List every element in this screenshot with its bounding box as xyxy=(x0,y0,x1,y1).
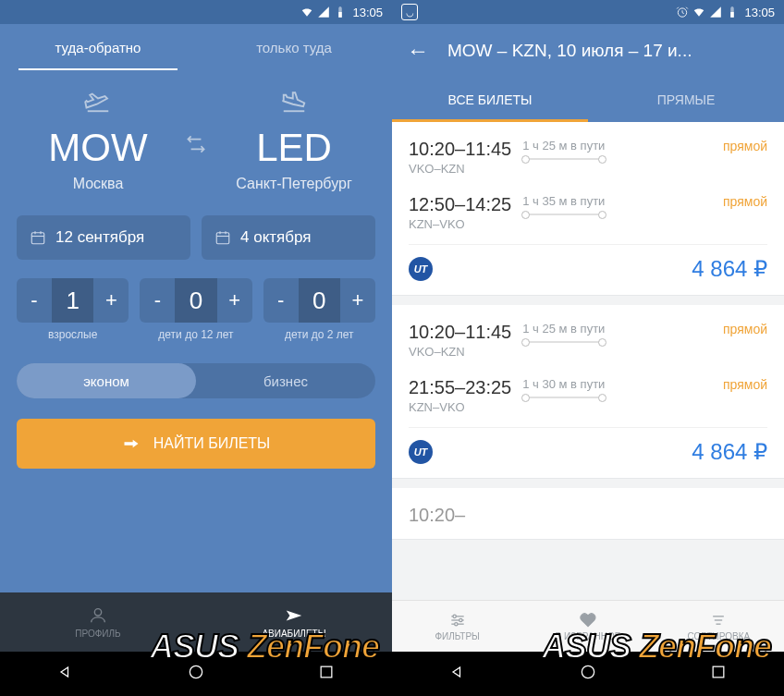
clock: 13:05 xyxy=(352,6,383,19)
wifi-icon xyxy=(692,6,705,18)
destination-code: LED xyxy=(214,126,374,170)
children-value: 0 xyxy=(175,278,217,323)
leg-route: KZN–VKO xyxy=(409,400,511,414)
status-bar: ◡ 13:05 xyxy=(392,0,784,24)
direct-badge: прямой xyxy=(723,322,767,336)
back-arrow[interactable]: ← xyxy=(407,38,429,64)
nav-profile[interactable]: ПРОФИЛЬ xyxy=(0,592,196,652)
nav-tickets[interactable]: АВИАБИЛЕТЫ xyxy=(196,592,392,652)
notification-icon: ◡ xyxy=(401,4,418,20)
filters-icon xyxy=(448,611,467,629)
adults-plus[interactable]: + xyxy=(93,288,129,312)
header-title: MOW – KZN, 10 июля – 17 и... xyxy=(447,41,692,61)
destination-airport[interactable]: LED Санкт-Петербург xyxy=(214,87,374,192)
swap-button[interactable] xyxy=(178,132,214,156)
depart-date[interactable]: 12 сентября xyxy=(17,215,190,260)
tab-direct[interactable]: ПРЯМЫЕ xyxy=(588,78,784,122)
favorite-button[interactable]: В ИЗБРАННОЕ xyxy=(522,601,653,652)
header: ← MOW – KZN, 10 июля – 17 и... xyxy=(392,24,784,78)
leg-duration: 1 ч 25 м в пути xyxy=(522,322,712,336)
leg-times: 10:20–11:45 xyxy=(409,139,511,160)
leg-progress xyxy=(522,397,606,398)
search-screen: 13:05 туда-обратно только туда MOW Москв… xyxy=(0,0,392,696)
trip-type-tabs: туда-обратно только туда xyxy=(0,24,392,70)
infants-minus[interactable]: - xyxy=(263,288,299,312)
flight-card-partial[interactable]: 10:20– xyxy=(392,488,784,540)
children-stepper: - 0 + xyxy=(140,278,251,323)
recents-button[interactable] xyxy=(709,663,728,685)
departure-icon xyxy=(84,87,112,115)
airline-logo: UT xyxy=(409,440,433,464)
infants-plus[interactable]: + xyxy=(340,288,375,312)
recents-button[interactable] xyxy=(317,663,336,685)
android-navbar xyxy=(0,652,392,696)
airport-selector: MOW Москва LED Санкт-Петербург xyxy=(0,70,392,215)
children-minus[interactable]: - xyxy=(140,288,175,312)
origin-airport[interactable]: MOW Москва xyxy=(18,87,178,192)
svg-rect-2 xyxy=(31,233,44,244)
signal-icon xyxy=(709,6,722,18)
economy-option[interactable]: эконом xyxy=(17,363,196,398)
search-button[interactable]: НАЙТИ БИЛЕТЫ xyxy=(17,419,375,469)
children-label: дети до 12 лет xyxy=(140,328,251,341)
search-button-label: НАЙТИ БИЛЕТЫ xyxy=(153,435,271,452)
battery-icon xyxy=(334,6,347,18)
status-bar: 13:05 xyxy=(0,0,392,24)
battery-icon xyxy=(726,6,739,18)
svg-point-11 xyxy=(190,665,202,678)
return-leg: 21:55–23:25 KZN–VKO 1 ч 30 м в пути прям… xyxy=(409,372,767,427)
adults-stepper: - 1 + xyxy=(17,278,129,323)
svg-point-10 xyxy=(94,609,101,616)
result-tabs: ВСЕ БИЛЕТЫ ПРЯМЫЕ xyxy=(392,78,784,122)
android-navbar xyxy=(392,652,784,696)
flight-card[interactable]: 10:20–11:45 VKO–KZN 1 ч 25 м в пути прям… xyxy=(392,122,784,296)
filters-button[interactable]: ФИЛЬТРЫ xyxy=(392,601,522,652)
destination-city: Санкт-Петербург xyxy=(214,176,374,192)
plane-icon xyxy=(122,434,141,453)
back-button[interactable] xyxy=(56,663,75,685)
home-button[interactable] xyxy=(579,663,597,685)
calendar-icon xyxy=(214,229,231,246)
alarm-icon xyxy=(676,6,689,18)
price: 4 864 ₽ xyxy=(692,439,767,465)
flight-card[interactable]: 10:20–11:45 VKO–KZN 1 ч 25 м в пути прям… xyxy=(392,305,784,479)
sort-label: СОРТИРОВКА xyxy=(687,631,750,641)
passenger-counts: - 1 + взрослые - 0 + дети до 12 лет - 0 xyxy=(0,260,392,347)
home-button[interactable] xyxy=(187,663,205,685)
results-screen: ◡ 13:05 ← MOW – KZN, 10 июля – 17 и... В… xyxy=(392,0,784,696)
adults-minus[interactable]: - xyxy=(17,288,52,312)
outbound-leg: 10:20– xyxy=(409,499,767,539)
business-option[interactable]: бизнес xyxy=(196,363,375,398)
results-list[interactable]: 10:20–11:45 VKO–KZN 1 ч 25 м в пути прям… xyxy=(392,122,784,600)
cabin-class-toggle: эконом бизнес xyxy=(17,363,375,398)
leg-progress xyxy=(522,214,606,215)
results-toolbar: ФИЛЬТРЫ В ИЗБРАННОЕ СОРТИРОВКА xyxy=(392,600,784,652)
tickets-icon xyxy=(284,605,304,626)
arrival-icon xyxy=(280,87,308,115)
leg-route: KZN–VKO xyxy=(409,217,511,231)
heart-icon xyxy=(579,611,597,629)
sort-button[interactable]: СОРТИРОВКА xyxy=(654,601,784,652)
leg-times: 12:50–14:25 xyxy=(409,194,511,215)
tab-all-tickets[interactable]: ВСЕ БИЛЕТЫ xyxy=(392,78,588,122)
leg-times: 10:20– xyxy=(409,505,465,526)
tab-oneway[interactable]: только туда xyxy=(196,24,392,70)
signal-icon xyxy=(317,6,330,18)
return-date[interactable]: 4 октября xyxy=(202,215,375,260)
leg-times: 10:20–11:45 xyxy=(409,322,511,343)
sort-icon xyxy=(709,611,728,629)
infants-label: дети до 2 лет xyxy=(263,328,375,341)
nav-tickets-label: АВИАБИЛЕТЫ xyxy=(262,629,325,639)
back-button[interactable] xyxy=(448,663,467,685)
outbound-leg: 10:20–11:45 VKO–KZN 1 ч 25 м в пути прям… xyxy=(409,133,767,189)
airline-logo: UT xyxy=(409,257,433,281)
svg-point-19 xyxy=(454,623,457,626)
infants-stepper: - 0 + xyxy=(263,278,375,323)
direct-badge: прямой xyxy=(723,377,767,392)
svg-rect-6 xyxy=(216,233,229,244)
bottom-nav: ПРОФИЛЬ АВИАБИЛЕТЫ xyxy=(0,592,392,652)
tab-roundtrip[interactable]: туда-обратно xyxy=(0,24,196,70)
nav-profile-label: ПРОФИЛЬ xyxy=(75,629,120,639)
date-pickers: 12 сентября 4 октября xyxy=(0,215,392,260)
children-plus[interactable]: + xyxy=(217,288,252,312)
